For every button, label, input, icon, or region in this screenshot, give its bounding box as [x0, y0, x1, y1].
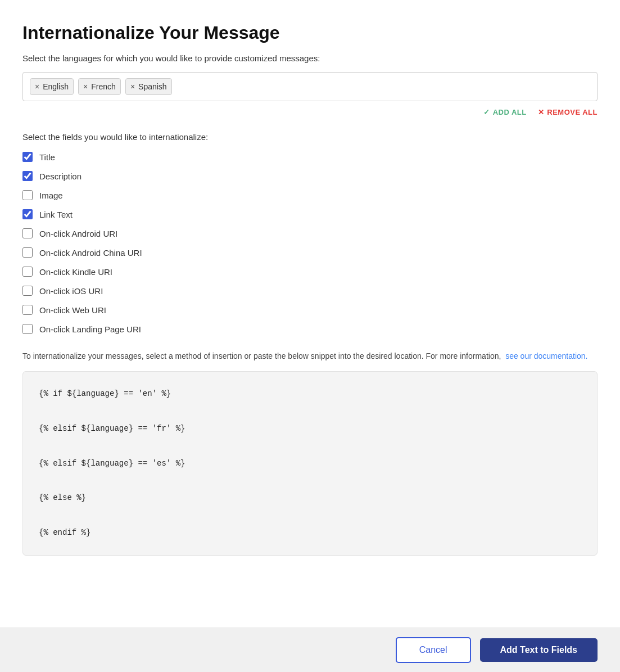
checkbox-description[interactable] [22, 171, 33, 181]
code-line: {% else %} [39, 489, 581, 507]
checkbox-item-image[interactable]: Image [22, 190, 598, 200]
modal-container: Internationalize Your Message Select the… [0, 0, 620, 672]
checkbox-onclick_ios[interactable] [22, 286, 33, 296]
footer-bar: Cancel Add Text to Fields [0, 628, 620, 672]
remove-all-button[interactable]: ✕ REMOVE ALL [538, 108, 598, 116]
checkbox-label-onclick_ios: On-click iOS URI [39, 286, 103, 296]
cancel-button[interactable]: Cancel [396, 637, 471, 663]
checkbox-onclick_kindle[interactable] [22, 267, 33, 277]
check-icon: ✓ [483, 108, 490, 116]
add-text-button[interactable]: Add Text to Fields [480, 638, 598, 662]
x-icon: ✕ [538, 108, 545, 116]
add-all-label: ADD ALL [493, 108, 527, 116]
checkbox-item-onclick_android[interactable]: On-click Android URI [22, 228, 598, 238]
checkbox-link_text[interactable] [22, 209, 33, 219]
info-text: To internationalize your messages, selec… [22, 350, 598, 362]
tag-label-es: Spanish [138, 82, 167, 91]
checkbox-onclick_android_china[interactable] [22, 247, 33, 258]
tag-fr: ×French [78, 78, 121, 95]
checkbox-label-onclick_web: On-click Web URI [39, 305, 106, 315]
checkbox-item-onclick_kindle[interactable]: On-click Kindle URI [22, 267, 598, 277]
code-line: {% elsif ${language} == 'fr' %} [39, 420, 581, 438]
checkbox-item-onclick_ios[interactable]: On-click iOS URI [22, 286, 598, 296]
checkbox-item-onclick_landing[interactable]: On-click Landing Page URI [22, 324, 598, 334]
checkbox-label-onclick_android: On-click Android URI [39, 229, 117, 238]
code-line [39, 438, 581, 455]
add-all-button[interactable]: ✓ ADD ALL [483, 108, 527, 116]
tags-input-box: ×English×French×Spanish [22, 72, 598, 101]
checkbox-item-description[interactable]: Description [22, 171, 598, 181]
checkbox-label-description: Description [39, 172, 82, 181]
tag-remove-fr[interactable]: × [83, 83, 88, 91]
checkbox-image[interactable] [22, 190, 33, 200]
field-subtitle: Select the fields you would like to inte… [22, 132, 598, 142]
checkbox-item-title[interactable]: Title [22, 152, 598, 162]
tag-remove-es[interactable]: × [130, 83, 135, 91]
checkbox-label-link_text: Link Text [39, 210, 73, 219]
code-line [39, 472, 581, 489]
action-row: ✓ ADD ALL ✕ REMOVE ALL [22, 108, 598, 116]
checkbox-item-link_text[interactable]: Link Text [22, 209, 598, 219]
code-line: {% elsif ${language} == 'es' %} [39, 455, 581, 472]
checkbox-label-onclick_kindle: On-click Kindle URI [39, 267, 112, 277]
checkbox-title[interactable] [22, 152, 33, 162]
code-line: {% if ${language} == 'en' %} [39, 385, 581, 403]
checkbox-onclick_android[interactable] [22, 228, 33, 238]
tag-remove-en[interactable]: × [35, 83, 39, 91]
code-line: {% endif %} [39, 524, 581, 542]
remove-all-label: REMOVE ALL [547, 108, 598, 116]
language-subtitle: Select the languages for which you would… [22, 53, 598, 63]
checkbox-label-onclick_android_china: On-click Android China URI [39, 248, 142, 258]
info-text-before-link: To internationalize your messages, selec… [22, 351, 501, 360]
code-block: {% if ${language} == 'en' %} {% elsif ${… [22, 371, 598, 555]
checkbox-onclick_web[interactable] [22, 305, 33, 315]
checkbox-onclick_landing[interactable] [22, 324, 33, 334]
tag-label-fr: French [91, 82, 116, 91]
checkbox-label-title: Title [39, 152, 55, 162]
checkbox-label-onclick_landing: On-click Landing Page URI [39, 324, 141, 334]
page-title: Internationalize Your Message [22, 22, 598, 43]
checkbox-list: TitleDescriptionImageLink TextOn-click A… [22, 152, 598, 334]
tag-label-en: English [43, 82, 69, 91]
checkbox-label-image: Image [39, 191, 63, 200]
code-line [39, 507, 581, 524]
checkbox-item-onclick_web[interactable]: On-click Web URI [22, 305, 598, 315]
code-line [39, 403, 581, 420]
tag-en: ×English [30, 78, 74, 95]
checkbox-item-onclick_android_china[interactable]: On-click Android China URI [22, 247, 598, 258]
doc-link[interactable]: see our documentation. [505, 351, 587, 360]
tag-es: ×Spanish [125, 78, 172, 95]
